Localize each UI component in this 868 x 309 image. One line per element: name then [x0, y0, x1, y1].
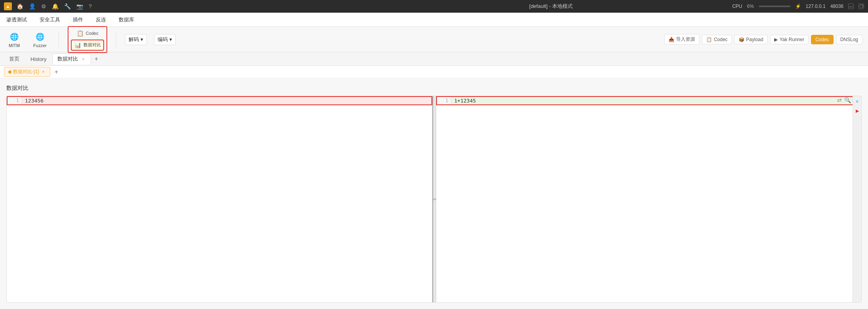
codec-right-button[interactable]: 📋 Codec [702, 35, 732, 44]
encode-dropdown[interactable]: 编码 ▾ [154, 34, 176, 45]
menu-item-database[interactable]: 数据库 [116, 15, 137, 25]
codec-label: Codec [86, 31, 99, 36]
decode-chevron-icon: ▾ [141, 36, 143, 42]
main-tabs: 首页 History 数据对比 × + [0, 52, 868, 66]
diff-container: 1 123456 ⇄ 1 1+12345 ≡ ▶ ⇄ 🔍 [6, 96, 862, 303]
tab-data-compare[interactable]: 数据对比 × [52, 53, 91, 64]
encode-chevron-icon: ▾ [169, 36, 172, 42]
yak-runner-icon: ▶ [774, 37, 778, 42]
tool-icon[interactable]: 🔧 [64, 3, 71, 9]
fuzzer-label: Fuzzer [33, 43, 47, 48]
window-maximize-button[interactable]: ❐ [859, 4, 864, 9]
codec-orange-button[interactable]: Codec [811, 35, 834, 44]
network-icon: ⚡ [795, 4, 801, 9]
sub-tab-dot [8, 70, 11, 74]
sidebar-icon-list[interactable]: ≡ [854, 98, 861, 105]
tab-home[interactable]: 首页 [4, 53, 25, 64]
app-logo: ▲ [4, 2, 12, 10]
yak-runner-button[interactable]: ▶ Yak Runner [770, 35, 808, 44]
diff-line-num-left-1: 1 [8, 97, 22, 104]
top-bar-nav-icons: 🏠 👤 ⚙ 🔔 🔧 📷 ? [17, 3, 370, 9]
bell-icon[interactable]: 🔔 [52, 3, 59, 9]
menu-item-security-tools[interactable]: 安全工具 [37, 15, 63, 25]
diff-line-num-right-1: 1 [437, 97, 451, 104]
import-button[interactable]: 📥 导入资源 [664, 34, 699, 45]
diff-swap-icon[interactable]: ⇄ [837, 97, 842, 103]
data-compare-label: 数据对比 [84, 42, 101, 48]
toolbar-divider-2 [116, 32, 116, 47]
yak-runner-label: Yak Runner [779, 37, 804, 42]
app-title: [default] - 本地模式 [374, 3, 727, 10]
toolbar-group-codec-compare: 📋 Codec 📊 数据对比 [68, 26, 107, 53]
data-compare-button[interactable]: 📊 数据对比 [71, 40, 104, 51]
diff-panel-right: 1 1+12345 [436, 96, 862, 302]
diff-line-right-1: 1 1+12345 [436, 96, 862, 105]
tab-data-compare-label: 数据对比 [57, 55, 78, 63]
codec-icon: 📋 [76, 29, 84, 37]
mitm-button[interactable]: 🌐 MITM [6, 30, 23, 49]
sub-tab-label: 数据对比-[1] [13, 68, 39, 75]
dnsslog-button[interactable]: DNSLog [836, 35, 862, 44]
cpu-bar-wrap [759, 6, 790, 7]
section-title: 数据对比 [6, 85, 862, 92]
ip-address: 127.0.0.1 [806, 4, 826, 9]
sub-tabs: 数据对比-[1] × + [0, 66, 868, 78]
tab-data-compare-close[interactable]: × [80, 56, 86, 62]
settings-icon[interactable]: ⚙ [41, 3, 46, 9]
payload-button[interactable]: 📦 Payload [734, 35, 767, 44]
fuzzer-icon: 🌐 [34, 31, 46, 42]
menu-item-reverse[interactable]: 反连 [93, 15, 108, 25]
import-icon: 📥 [669, 37, 674, 42]
sub-tab-add-button[interactable]: + [52, 68, 61, 76]
home-icon[interactable]: 🏠 [17, 3, 23, 9]
payload-icon: 📦 [739, 37, 745, 42]
mitm-label: MITM [9, 43, 20, 48]
payload-label: Payload [746, 37, 763, 42]
question-icon[interactable]: ? [89, 3, 92, 9]
port-number: 48036 [830, 4, 843, 9]
decode-dropdown[interactable]: 解码 ▾ [125, 34, 147, 45]
sub-tab-close[interactable]: × [40, 69, 46, 75]
mitm-icon: 🌐 [9, 31, 20, 42]
user-icon[interactable]: 👤 [29, 3, 36, 9]
right-sidebar: ≡ ▶ [853, 96, 861, 302]
tab-add-button[interactable]: + [92, 55, 101, 63]
fuzzer-button[interactable]: 🌐 Fuzzer [30, 30, 50, 49]
encode-label: 编码 [158, 36, 168, 43]
codec-button[interactable]: 📋 Codec [74, 28, 101, 38]
codec-right-icon: 📋 [706, 37, 712, 42]
toolbar-group-fuzzer: 🌐 Fuzzer [30, 30, 50, 49]
camera-icon[interactable]: 📷 [76, 3, 83, 9]
data-compare-icon: 📊 [74, 41, 82, 49]
tab-home-label: 首页 [9, 55, 19, 63]
diff-top-right-controls: ⇄ 🔍 [837, 97, 851, 103]
sub-tab-data-compare-1[interactable]: 数据对比-[1] × [4, 67, 50, 77]
cpu-percent: 6% [747, 4, 754, 9]
dnsslog-label: DNSLog [840, 37, 858, 42]
menu-item-pentest[interactable]: 渗透测试 [4, 15, 29, 25]
diff-line-content-left-1[interactable]: 123456 [22, 97, 431, 104]
top-bar: ▲ 🏠 👤 ⚙ 🔔 🔧 📷 ? [default] - 本地模式 CPU 6% … [0, 0, 868, 13]
menu-bar: 渗透测试 安全工具 插件 反连 数据库 [0, 13, 868, 27]
top-right-toolbar: 📥 导入资源 📋 Codec 📦 Payload ▶ Yak Runner Co… [664, 34, 862, 45]
diff-line-content-right-1[interactable]: 1+12345 [451, 97, 861, 104]
tab-history[interactable]: History [25, 54, 51, 64]
diff-splitter[interactable]: ⇄ [433, 96, 436, 302]
cpu-label: CPU [732, 4, 742, 9]
menu-item-plugins[interactable]: 插件 [70, 15, 85, 25]
codec-right-label: Codec [714, 37, 727, 42]
tab-history-label: History [30, 56, 46, 62]
toolbar-group-mitm: 🌐 MITM [6, 30, 23, 49]
content-area: 数据对比 1 123456 ⇄ 1 1+12345 ≡ ▶ ⇄ 🔍 [0, 78, 868, 309]
diff-line-left-1: 1 123456 [7, 96, 432, 105]
diff-search-icon[interactable]: 🔍 [844, 97, 851, 103]
import-label: 导入资源 [676, 36, 695, 43]
decode-label: 解码 [129, 36, 139, 43]
top-bar-right: CPU 6% ⚡ 127.0.0.1 48036 — ❐ [732, 4, 864, 9]
codec-orange-label: Codec [815, 37, 829, 42]
toolbar: 🌐 MITM 🌐 Fuzzer 📋 Codec 📊 数据对比 解码 ▾ 编码 ▾ [0, 27, 868, 52]
toolbar-divider-1 [59, 32, 59, 47]
window-minimize-button[interactable]: — [848, 4, 854, 9]
sidebar-icon-arrow[interactable]: ▶ [854, 107, 861, 114]
diff-panel-left: 1 123456 [7, 96, 433, 302]
